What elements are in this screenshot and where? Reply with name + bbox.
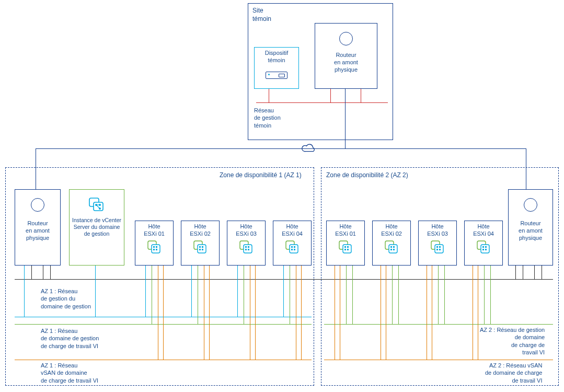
az2-orange-rail xyxy=(324,360,553,360)
az2-host-04: Hôte ESXi 04 xyxy=(464,221,503,266)
svg-rect-19 xyxy=(245,246,247,248)
az1-host-02: Hôte ESXi 02 xyxy=(181,221,220,266)
svg-rect-1 xyxy=(94,202,103,211)
svg-rect-52 xyxy=(485,249,487,250)
az1-net-vsan-label: AZ 1 : Réseau vSAN de domaine de charge … xyxy=(41,362,98,384)
svg-rect-37 xyxy=(390,246,392,248)
az1-orange-rail xyxy=(15,360,312,360)
az2-host-03: Hôte ESXi 03 xyxy=(418,221,457,266)
svg-rect-51 xyxy=(482,249,484,250)
svg-rect-50 xyxy=(485,246,487,248)
host-label: Hôte ESXi 04 xyxy=(273,221,311,238)
svg-rect-33 xyxy=(344,249,346,250)
svg-rect-34 xyxy=(347,249,349,250)
az1-vcenter: Instance de vCenter Server du domaine de… xyxy=(69,189,124,266)
host-icon xyxy=(430,240,445,255)
svg-rect-26 xyxy=(294,246,295,248)
host-icon xyxy=(147,240,162,255)
host-label: Hôte ESXi 01 xyxy=(135,221,173,238)
az1-router-label: Routeur en amont physique xyxy=(15,212,60,241)
host-label: Hôte ESXi 03 xyxy=(419,221,456,238)
witness-appliance: Dispositif témoin xyxy=(254,47,299,89)
svg-rect-13 xyxy=(199,246,201,248)
witness-site-title: Site témoin xyxy=(252,7,271,23)
host-label: Hôte ESXi 02 xyxy=(181,221,219,238)
az1-router: Routeur en amont physique xyxy=(15,189,61,266)
az2-green-rail xyxy=(324,324,553,325)
az2-host-02: Hôte ESXi 02 xyxy=(372,221,411,266)
az2-net-vsan-label: AZ 2 : Réseau vSAN de domaine de charge … xyxy=(485,362,542,384)
svg-rect-28 xyxy=(294,249,295,250)
router-icon xyxy=(339,32,353,45)
svg-rect-22 xyxy=(248,249,249,250)
az1-net-vi-mgmt-label: AZ 1 : Réseau de domaine de gestion de c… xyxy=(41,327,99,350)
svg-rect-10 xyxy=(156,249,157,250)
host-label: Hôte ESXi 04 xyxy=(465,221,502,238)
az1-host-01: Hôte ESXi 01 xyxy=(135,221,174,266)
svg-rect-43 xyxy=(436,246,438,248)
svg-rect-39 xyxy=(390,249,392,250)
witness-appliance-label: Dispositif témoin xyxy=(255,48,298,64)
svg-rect-14 xyxy=(202,246,203,248)
host-icon xyxy=(285,240,300,255)
svg-rect-20 xyxy=(248,246,249,248)
svg-rect-9 xyxy=(153,249,155,250)
appliance-icon xyxy=(266,72,287,79)
az2-router-label: Routeur en amont physique xyxy=(509,212,553,241)
svg-rect-49 xyxy=(482,246,484,248)
az1-title: Zone de disponibilité 1 (AZ 1) xyxy=(220,171,302,179)
az1-net-mgmt-label: AZ 1 : Réseau de gestion du domaine de g… xyxy=(41,287,91,310)
az2-router: Routeur en amont physique xyxy=(508,189,553,266)
svg-rect-27 xyxy=(291,249,293,250)
svg-rect-16 xyxy=(202,249,203,250)
host-label: Hôte ESXi 01 xyxy=(327,221,364,238)
svg-rect-38 xyxy=(393,246,395,248)
svg-rect-15 xyxy=(199,249,201,250)
svg-rect-40 xyxy=(393,249,395,250)
host-label: Hôte ESXi 03 xyxy=(227,221,265,238)
host-label: Hôte ESXi 02 xyxy=(373,221,410,238)
svg-rect-31 xyxy=(344,246,346,248)
witness-router-label: Routeur en amont physique xyxy=(315,45,377,73)
router-icon xyxy=(524,198,537,212)
host-icon xyxy=(476,240,491,255)
az1-host-04: Hôte ESXi 04 xyxy=(273,221,312,266)
host-icon xyxy=(338,240,353,255)
svg-rect-32 xyxy=(347,246,349,248)
az2-host-01: Hôte ESXi 01 xyxy=(326,221,365,266)
az1-vcenter-label: Instance de vCenter Server du domaine de… xyxy=(70,212,124,237)
host-icon xyxy=(239,240,254,255)
svg-rect-7 xyxy=(153,246,155,248)
az1-host-03: Hôte ESXi 03 xyxy=(227,221,266,266)
svg-rect-25 xyxy=(291,246,293,248)
host-icon xyxy=(384,240,399,255)
svg-rect-45 xyxy=(436,249,438,250)
host-icon xyxy=(193,240,208,255)
svg-rect-8 xyxy=(156,246,157,248)
router-icon xyxy=(31,198,44,212)
az2-title: Zone de disponibilité 2 (AZ 2) xyxy=(326,171,408,179)
az2-net-vi-mgmt-label: AZ 2 : Réseau de gestion de domaine de c… xyxy=(480,326,545,356)
witness-router: Routeur en amont physique xyxy=(315,23,377,89)
svg-rect-46 xyxy=(439,249,441,250)
witness-mgmt-label: Réseau de gestion témoin xyxy=(254,107,281,129)
svg-rect-21 xyxy=(245,249,247,250)
vcenter-icon xyxy=(88,197,105,212)
witness-mgmt-rail xyxy=(256,102,388,103)
svg-rect-44 xyxy=(439,246,441,248)
